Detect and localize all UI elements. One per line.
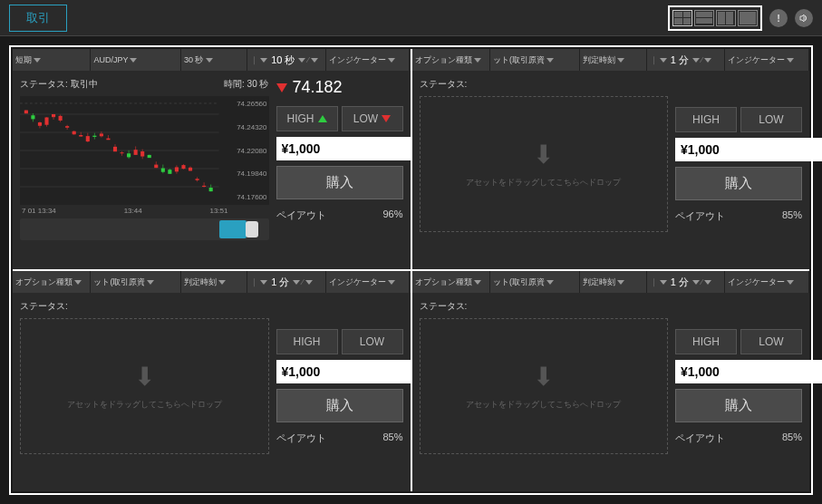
- svg-rect-37: [127, 153, 131, 157]
- svg-rect-49: [168, 170, 171, 174]
- buy-button[interactable]: 購入: [276, 166, 403, 199]
- indicator-select[interactable]: インジケーター: [326, 271, 411, 293]
- chevron-down-icon: [617, 58, 624, 63]
- sound-icon[interactable]: [795, 9, 813, 27]
- range-slider[interactable]: [20, 218, 269, 240]
- panel-header: オプション種類 ット(取引原資 判定時刻 ｜1 分∕ インジケーター: [13, 271, 411, 293]
- option-type-select[interactable]: 短期: [13, 49, 91, 71]
- y-axis-labels: 74.2656074.2432074.2208074.1984074.17600: [237, 96, 266, 205]
- top-right-controls: !: [668, 5, 813, 31]
- layout-list-icon[interactable]: [694, 10, 714, 26]
- indicator-select[interactable]: インジケーター: [725, 49, 809, 71]
- high-button[interactable]: HIGH: [276, 329, 338, 354]
- svg-rect-53: [181, 165, 185, 169]
- chevron-down-icon: [206, 58, 213, 63]
- low-button[interactable]: LOW: [740, 329, 802, 354]
- svg-rect-17: [59, 116, 63, 121]
- trade-tab[interactable]: 取引: [9, 5, 67, 32]
- trade-controls: HIGH LOW + − 購入 ペイアウト85%: [276, 300, 403, 484]
- layout-single-icon[interactable]: [738, 10, 758, 26]
- price-chart[interactable]: 74.2656074.2432074.2208074.1984074.17600: [20, 96, 269, 205]
- time-control[interactable]: ｜1 分∕: [647, 271, 725, 293]
- low-button[interactable]: LOW: [342, 106, 403, 131]
- high-button[interactable]: HIGH: [675, 107, 737, 132]
- buy-button[interactable]: 購入: [675, 167, 802, 200]
- panel-body: ステータス:⬇アセットをドラッグしてこちらへドロップ HIGH LOW + − …: [412, 71, 810, 269]
- payout-row: ペイアウト96%: [276, 208, 403, 222]
- interval-select[interactable]: 判定時刻: [181, 271, 247, 293]
- asset-drop-zone[interactable]: ⬇アセットをドラッグしてこちらへドロップ: [420, 318, 669, 454]
- download-arrow-icon: ⬇: [533, 362, 554, 392]
- layout-cols-icon[interactable]: [716, 10, 736, 26]
- low-button[interactable]: LOW: [740, 107, 802, 132]
- chevron-down-icon: [617, 280, 624, 285]
- buy-button[interactable]: 購入: [675, 389, 802, 422]
- triangle-up-icon: [318, 115, 327, 122]
- time-control[interactable]: ｜1 分∕: [647, 49, 725, 71]
- option-type-select[interactable]: オプション種類: [412, 49, 490, 71]
- top-bar: 取引 !: [0, 0, 822, 36]
- svg-rect-15: [52, 114, 55, 117]
- interval-select[interactable]: 判定時刻: [580, 271, 646, 293]
- svg-rect-55: [189, 168, 192, 171]
- svg-rect-27: [92, 136, 96, 137]
- chevron-down-icon: [305, 280, 313, 285]
- time-control[interactable]: ｜10 秒∕: [247, 49, 325, 71]
- status-row: ステータス:: [20, 300, 269, 313]
- amount-input[interactable]: [675, 360, 822, 383]
- svg-rect-31: [106, 139, 110, 141]
- chevron-down-icon: [388, 280, 395, 285]
- asset-drop-zone[interactable]: ⬇アセットをドラッグしてこちらへドロップ: [420, 96, 669, 232]
- chevron-down-icon: [293, 280, 300, 285]
- svg-rect-39: [134, 150, 138, 155]
- chevron-down-icon: [388, 58, 395, 63]
- svg-rect-25: [86, 136, 90, 141]
- interval-select[interactable]: 30 秒: [181, 49, 247, 71]
- high-button[interactable]: HIGH: [675, 329, 737, 354]
- panel-header: 短期 AUD/JPY 30 秒 ｜10 秒∕ インジケーター: [13, 49, 411, 71]
- chevron-down-icon: [218, 280, 226, 285]
- layout-grid-icon[interactable]: [672, 10, 692, 26]
- asset-select[interactable]: ット(取引原資: [91, 271, 181, 293]
- high-button[interactable]: HIGH: [276, 106, 338, 131]
- svg-rect-45: [154, 165, 158, 169]
- panel-header: オプション種類 ット(取引原資 判定時刻 ｜1 分∕ インジケーター: [412, 271, 810, 293]
- price-down-icon: [276, 83, 287, 92]
- svg-rect-41: [140, 151, 144, 157]
- chevron-down-icon: [660, 58, 667, 63]
- svg-rect-33: [113, 147, 117, 151]
- svg-rect-11: [38, 122, 42, 126]
- panel-body: ステータス:⬇アセットをドラッグしてこちらへドロップ HIGH LOW + − …: [13, 293, 411, 491]
- option-type-select[interactable]: オプション種類: [412, 271, 490, 293]
- asset-drop-zone[interactable]: ⬇アセットをドラッグしてこちらへドロップ: [20, 318, 269, 454]
- chevron-down-icon: [660, 280, 667, 285]
- triangle-down-icon: [382, 115, 391, 122]
- info-icon[interactable]: !: [769, 9, 788, 27]
- main-area: 短期 AUD/JPY 30 秒 ｜10 秒∕ インジケーターステータス: 取引中…: [0, 36, 822, 504]
- chart-column: ステータス:⬇アセットをドラッグしてこちらへドロップ: [420, 78, 669, 262]
- chevron-down-icon: [311, 58, 318, 63]
- time-label: 時間: 30 秒: [224, 78, 268, 91]
- svg-rect-19: [65, 126, 69, 128]
- chart-column: ステータス: 取引中時間: 30 秒 74.2656074.2432074.22…: [20, 78, 269, 262]
- asset-select[interactable]: ット(取引原資: [490, 49, 581, 71]
- indicator-select[interactable]: インジケーター: [326, 49, 411, 71]
- asset-select[interactable]: ット(取引原資: [490, 271, 581, 293]
- drop-text: アセットをドラッグしてこちらへドロップ: [466, 399, 621, 411]
- status-row: ステータス: 取引中時間: 30 秒: [20, 78, 269, 91]
- time-control[interactable]: ｜1 分∕: [247, 271, 325, 293]
- drop-text: アセットをドラッグしてこちらへドロップ: [466, 177, 621, 189]
- amount-input[interactable]: [675, 138, 822, 161]
- svg-rect-47: [161, 169, 165, 172]
- chevron-down-icon: [34, 58, 41, 63]
- svg-rect-13: [44, 117, 48, 124]
- status-label: ステータス:: [420, 78, 468, 91]
- x-axis-labels: 7 01 13:3413:4413:51: [20, 205, 269, 215]
- option-type-select[interactable]: オプション種類: [13, 271, 91, 293]
- buy-button[interactable]: 購入: [276, 389, 403, 422]
- asset-select[interactable]: AUD/JPY: [91, 49, 181, 71]
- chevron-down-icon: [147, 280, 154, 285]
- interval-select[interactable]: 判定時刻: [580, 49, 646, 71]
- indicator-select[interactable]: インジケーター: [725, 271, 809, 293]
- low-button[interactable]: LOW: [342, 329, 403, 354]
